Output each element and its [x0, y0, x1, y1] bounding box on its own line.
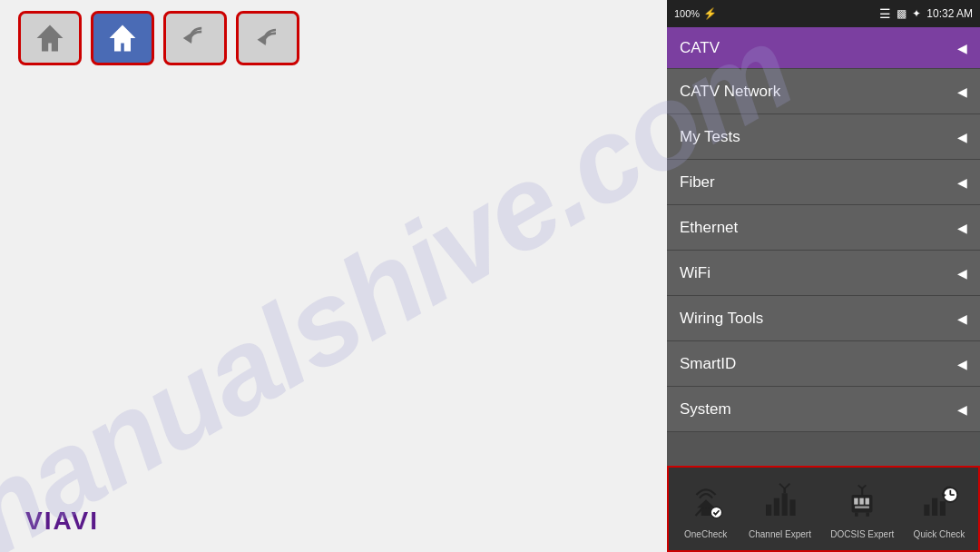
menu-list: CATV ◀ CATV Network ◀ My Tests ◀ Fiber ◀…: [667, 27, 980, 432]
svg-rect-8: [701, 508, 710, 516]
svg-rect-27: [867, 512, 870, 516]
channel-expert-label: Channel Expert: [749, 529, 811, 539]
quick-check-label: Quick Check: [914, 529, 965, 539]
menu-item-ethernet[interactable]: Ethernet ◀: [667, 205, 980, 251]
menu-item-wifi-label: WiFi: [680, 264, 710, 282]
bluetooth-icon: ✦: [912, 7, 921, 20]
watermark: manualshive.com: [91, 73, 635, 527]
right-panel: 100% ⚡ ☰ ▩ ✦ 10:32 AM CATV ◀ CATV Networ…: [667, 0, 980, 552]
status-bar: 100% ⚡ ☰ ▩ ✦ 10:32 AM: [667, 0, 980, 27]
menu-item-catv-network-label: CATV Network: [680, 83, 780, 101]
card-icon: ▩: [897, 7, 906, 20]
bolt-icon: ⚡: [703, 7, 717, 20]
docsis-expert-button[interactable]: DOCSIS Expert: [830, 478, 894, 539]
wifi-arrow: ◀: [957, 266, 967, 281]
svg-rect-21: [866, 498, 869, 505]
svg-marker-0: [37, 25, 64, 52]
menu-item-my-tests[interactable]: My Tests ◀: [667, 114, 980, 160]
svg-line-24: [858, 486, 862, 489]
status-bar-left: 100% ⚡: [674, 7, 717, 20]
menu-spacer: [667, 432, 980, 466]
svg-rect-14: [790, 499, 796, 516]
menu-item-system-label: System: [680, 400, 731, 419]
menu-item-fiber-label: Fiber: [680, 173, 715, 192]
onecheck-label: OneCheck: [684, 529, 727, 539]
svg-rect-28: [924, 505, 929, 516]
fiber-arrow: ◀: [957, 175, 967, 190]
back-button-2[interactable]: [236, 11, 299, 65]
viavi-logo: VIAVI: [25, 507, 99, 536]
svg-line-17: [785, 484, 790, 488]
svg-line-16: [779, 484, 785, 488]
quick-check-icon: [916, 478, 963, 526]
ethernet-arrow: ◀: [957, 221, 967, 235]
back-button-1[interactable]: [163, 11, 227, 65]
menu-item-smartid[interactable]: SmartID ◀: [667, 341, 980, 387]
menu-item-system[interactable]: System ◀: [667, 387, 980, 432]
battery-percent: 100%: [674, 8, 700, 19]
menu-item-catv-network[interactable]: CATV Network ◀: [667, 69, 980, 114]
svg-rect-13: [782, 493, 788, 516]
menu-item-fiber[interactable]: Fiber ◀: [667, 160, 980, 205]
channel-expert-button[interactable]: Channel Expert: [749, 478, 811, 539]
bottom-toolbar: OneCheck Channel Expert: [667, 466, 980, 552]
svg-rect-19: [854, 498, 858, 505]
svg-rect-29: [932, 498, 937, 516]
home-button-2[interactable]: [91, 11, 154, 65]
svg-rect-12: [774, 498, 779, 516]
menu-item-catv-label: CATV: [680, 39, 720, 57]
svg-marker-1: [110, 25, 136, 52]
wiring-tools-arrow: ◀: [957, 311, 967, 326]
menu-item-ethernet-label: Ethernet: [680, 219, 738, 237]
signal-icon: ☰: [879, 6, 891, 21]
docsis-expert-label: DOCSIS Expert: [830, 529, 894, 539]
menu-item-catv[interactable]: CATV ◀: [667, 27, 980, 69]
docsis-expert-icon: [838, 478, 886, 526]
svg-rect-30: [940, 501, 946, 516]
quick-check-button[interactable]: Quick Check: [914, 478, 965, 539]
time-display: 10:32 AM: [926, 7, 973, 20]
catv-arrow: ◀: [957, 41, 967, 55]
left-panel: manualshive.com VIAVI: [0, 0, 667, 552]
svg-rect-26: [855, 512, 858, 516]
svg-rect-15: [784, 488, 787, 493]
smartid-arrow: ◀: [957, 357, 967, 371]
menu-item-my-tests-label: My Tests: [680, 128, 740, 146]
svg-rect-22: [855, 506, 869, 508]
svg-rect-11: [766, 505, 771, 516]
toolbar: [0, 0, 667, 76]
svg-line-25: [862, 486, 866, 489]
system-arrow: ◀: [957, 402, 967, 417]
svg-rect-23: [861, 488, 863, 495]
home-button-1[interactable]: [18, 11, 82, 65]
menu-item-wiring-tools-label: Wiring Tools: [680, 310, 763, 328]
menu-item-wiring-tools[interactable]: Wiring Tools ◀: [667, 296, 980, 341]
svg-marker-9: [697, 499, 714, 508]
onecheck-icon: [682, 478, 730, 526]
menu-item-smartid-label: SmartID: [680, 355, 736, 373]
my-tests-arrow: ◀: [957, 130, 967, 144]
channel-expert-icon: [756, 478, 803, 526]
menu-item-wifi[interactable]: WiFi ◀: [667, 251, 980, 296]
catv-network-arrow: ◀: [957, 84, 967, 99]
onecheck-button[interactable]: OneCheck: [682, 478, 730, 539]
svg-rect-20: [860, 498, 864, 505]
